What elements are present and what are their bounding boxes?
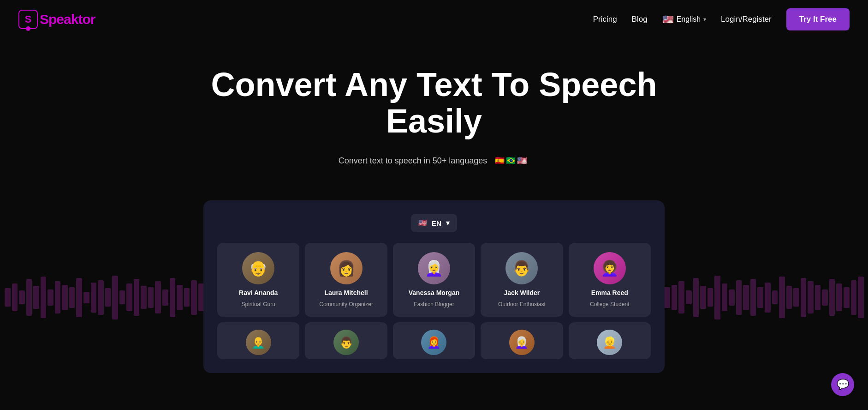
try-free-button[interactable]: Try It Free	[786, 8, 850, 30]
voice-name: Jack Wilder	[504, 289, 540, 296]
voice-card-laura-mitchell[interactable]: 👩 Laura Mitchell Community Organizer	[305, 243, 387, 317]
voice-card-jack-wilder[interactable]: 👨 Jack Wilder Outdoor Enthusiast	[481, 243, 563, 317]
hero-subtitle: Convert text to speech in 50+ languages …	[9, 153, 859, 168]
chevron-down-icon: ▾	[703, 16, 706, 23]
avatar: 👩‍🦳	[509, 330, 535, 355]
avatar: 👨	[333, 330, 359, 355]
logo-bubble	[26, 26, 30, 31]
lang-label: English	[677, 15, 701, 24]
avatar: 👩‍🦰	[421, 330, 446, 355]
subtitle-text: Convert text to speech in 50+ languages	[339, 156, 488, 166]
voice-name: Laura Mitchell	[325, 289, 368, 296]
app-lang-dropdown[interactable]: 🇺🇸 EN ▾	[411, 214, 457, 232]
navbar: S Speaktor Pricing Blog 🇺🇸 English ▾ Log…	[0, 0, 868, 39]
avatar: 👩	[330, 252, 363, 284]
avatar: 👨	[505, 252, 538, 284]
voice-role: Community Organizer	[319, 301, 373, 308]
login-register-link[interactable]: Login/Register	[721, 15, 772, 24]
avatar: 👩‍🦳	[418, 252, 450, 284]
hero-title: Convert Any Text To Speech Easily	[203, 66, 665, 139]
app-lang-code: EN	[432, 219, 441, 227]
voice-card-row2-4[interactable]: 👱	[569, 322, 651, 359]
voice-grid-row2: 👨‍🦲 👨 👩‍🦰 👩‍🦳 👱	[217, 322, 651, 359]
pricing-link[interactable]: Pricing	[593, 15, 617, 24]
logo[interactable]: S Speaktor	[18, 10, 95, 29]
voice-role: College Student	[590, 301, 629, 308]
lang-flag: 🇺🇸	[662, 14, 674, 25]
app-card: 🇺🇸 EN ▾ 👴 Ravi Ananda Spiritual Guru 👩 L…	[203, 200, 665, 373]
waveform-section: 🇺🇸 EN ▾ 👴 Ravi Ananda Spiritual Guru 👩 L…	[0, 200, 868, 394]
voice-name: Vanessa Morgan	[409, 289, 460, 296]
avatar: 👩‍🦱	[594, 252, 626, 284]
flag-us: 🇺🇸	[515, 153, 529, 168]
logo-box: S	[18, 10, 38, 29]
chat-icon: 💬	[837, 379, 849, 391]
voice-card-vanessa-morgan[interactable]: 👩‍🦳 Vanessa Morgan Fashion Blogger	[393, 243, 475, 317]
flag-stack: 🇪🇸 🇧🇷 🇺🇸	[493, 153, 529, 168]
voice-role: Spiritual Guru	[242, 301, 275, 308]
avatar: 👱	[597, 330, 622, 355]
app-lang-chevron-icon: ▾	[446, 219, 450, 227]
logo-name: Speaktor	[40, 12, 95, 27]
voice-card-row2-1[interactable]: 👨	[305, 322, 387, 359]
voice-name: Ravi Ananda	[239, 289, 278, 296]
voice-card-row2-2[interactable]: 👩‍🦰	[393, 322, 475, 359]
voice-name: Emma Reed	[591, 289, 628, 296]
voice-card-ravi-ananda[interactable]: 👴 Ravi Ananda Spiritual Guru	[217, 243, 299, 317]
voice-role: Fashion Blogger	[414, 301, 454, 308]
voice-card-row2-3[interactable]: 👩‍🦳	[481, 322, 563, 359]
voice-role: Outdoor Enthusiast	[498, 301, 546, 308]
nav-links: Pricing Blog 🇺🇸 English ▾ Login/Register…	[593, 8, 850, 30]
logo-letter: S	[25, 13, 32, 25]
hero-section: Convert Any Text To Speech Easily Conver…	[0, 39, 868, 200]
avatar: 👴	[242, 252, 274, 284]
blog-link[interactable]: Blog	[632, 15, 648, 24]
app-lang-flag: 🇺🇸	[418, 219, 427, 227]
language-selector[interactable]: 🇺🇸 English ▾	[662, 14, 706, 25]
avatar: 👨‍🦲	[246, 330, 271, 355]
voice-grid-row1: 👴 Ravi Ananda Spiritual Guru 👩 Laura Mit…	[217, 243, 651, 317]
voice-card-emma-reed[interactable]: 👩‍🦱 Emma Reed College Student	[569, 243, 651, 317]
voice-card-row2-0[interactable]: 👨‍🦲	[217, 322, 299, 359]
chat-bubble-button[interactable]: 💬	[831, 373, 854, 396]
